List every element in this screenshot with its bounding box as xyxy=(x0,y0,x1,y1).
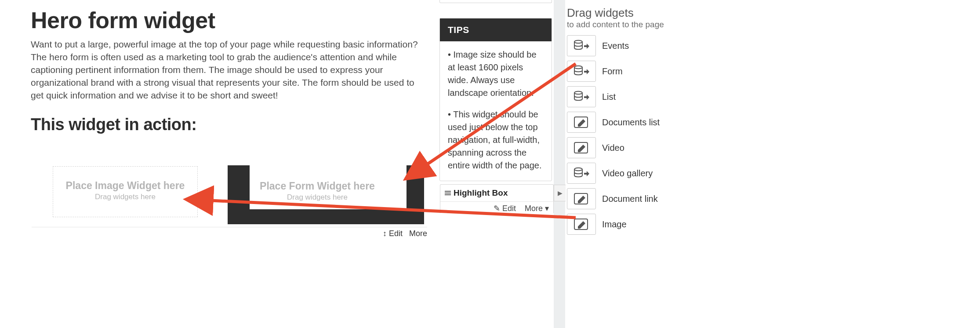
page-title: Hero form widget xyxy=(31,8,428,33)
tips-item: • Image size should be at least 1600 pix… xyxy=(448,48,544,99)
database-arrow-icon xyxy=(567,86,596,107)
tips-card: TIPS • Image size should be at least 160… xyxy=(439,18,552,181)
widget-label: Form xyxy=(602,66,623,77)
svg-point-2 xyxy=(574,91,582,94)
widget-documents-list[interactable]: Documents list xyxy=(567,109,677,135)
expand-panel-button[interactable]: ▶ xyxy=(554,185,566,201)
form-dropzone-title: Place Form Widget here xyxy=(249,180,385,192)
tips-heading: TIPS xyxy=(440,18,552,41)
widget-label: Video gallery xyxy=(602,168,653,179)
chevron-right-icon: ▶ xyxy=(558,190,563,197)
svg-point-5 xyxy=(574,168,582,171)
image-dropzone[interactable]: Place Image Widget here Drag widgets her… xyxy=(53,166,198,217)
database-arrow-icon xyxy=(567,163,596,184)
widget-events[interactable]: Events xyxy=(567,33,677,58)
pencil-icon xyxy=(567,188,596,209)
svg-point-0 xyxy=(574,40,582,43)
palette-title: Drag widgets xyxy=(567,6,677,20)
widget-label: Documents list xyxy=(602,117,660,128)
widget-label: Video xyxy=(602,143,624,153)
widget-label: List xyxy=(602,92,616,102)
panel-gutter: ▶ xyxy=(554,0,565,328)
highlight-more[interactable]: More xyxy=(525,204,543,213)
more-link[interactable]: More xyxy=(409,229,427,238)
chevron-down-icon: ▾ xyxy=(545,204,549,213)
image-dropzone-title: Place Image Widget here xyxy=(53,180,197,192)
form-dropzone-sub: Drag widgets here xyxy=(249,193,385,202)
image-dropzone-sub: Drag widgets here xyxy=(53,193,197,201)
pencil-icon xyxy=(567,112,596,133)
form-dropzone[interactable]: Place Form Widget here Drag widgets here xyxy=(249,171,385,213)
widget-label: Document link xyxy=(602,194,658,204)
edit-link[interactable]: Edit xyxy=(389,229,403,238)
widget-preview: Place Image Widget here Drag widgets her… xyxy=(31,165,428,244)
widget-label: Image xyxy=(602,219,627,230)
widget-document-link[interactable]: Document link xyxy=(567,186,677,211)
highlight-box-title: Highlight Box xyxy=(454,188,508,198)
pencil-icon xyxy=(567,214,596,235)
highlight-box-card[interactable]: Highlight Box ✎ Edit More ▾ xyxy=(440,184,554,213)
widget-label: Events xyxy=(602,41,629,51)
pencil-icon: ✎ xyxy=(494,204,502,213)
database-arrow-icon xyxy=(567,61,596,82)
tips-item: • This widget should be used just below … xyxy=(448,108,544,172)
highlight-edit[interactable]: Edit xyxy=(502,204,516,213)
page-description: Want to put a large, powerful image at t… xyxy=(31,38,428,102)
widget-list[interactable]: List xyxy=(567,84,677,109)
widget-video-gallery[interactable]: Video gallery xyxy=(567,160,677,186)
section-heading: This widget in action: xyxy=(31,115,428,134)
pencil-icon xyxy=(567,137,596,158)
svg-point-1 xyxy=(574,66,582,69)
arrows-icon: ↕ xyxy=(383,229,389,238)
widget-image[interactable]: Image xyxy=(567,211,677,237)
palette-subtitle: to add content to the page xyxy=(567,20,677,29)
drag-handle-icon[interactable] xyxy=(445,191,451,195)
widget-form[interactable]: Form xyxy=(567,58,677,84)
database-arrow-icon xyxy=(567,35,596,56)
content-block-row: ↕ Edit More xyxy=(32,227,427,241)
card-bottom-edge xyxy=(439,0,552,3)
widget-video[interactable]: Video xyxy=(567,135,677,160)
